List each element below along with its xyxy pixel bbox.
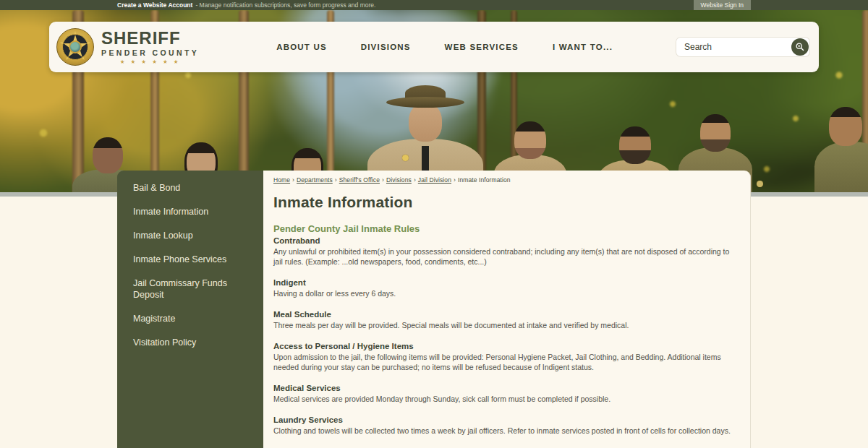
rule-heading: Indigent bbox=[273, 278, 740, 288]
rule-contraband: Contraband Any unlawful or prohibited it… bbox=[273, 236, 740, 267]
rule-body: Having a dollar or less every 6 days. bbox=[273, 288, 740, 298]
rule-indigent: Indigent Having a dollar or less every 6… bbox=[273, 278, 740, 298]
main-navigation: ABOUT US DIVISIONS WEB SERVICES I WANT T… bbox=[199, 43, 676, 51]
page: Create a Website Account - Manage notifi… bbox=[0, 0, 868, 448]
rule-body: Three meals per day will be provided. Sp… bbox=[273, 320, 740, 330]
breadcrumb-home[interactable]: Home bbox=[273, 176, 290, 184]
breadcrumb-separator: › bbox=[414, 176, 416, 184]
rule-body: Medical services are provided Monday thr… bbox=[273, 394, 740, 404]
search-zoom-icon bbox=[795, 42, 805, 52]
logo-title: SHERIFF bbox=[101, 30, 199, 47]
breadcrumb: Home›Departments›Sheriff's Office›Divisi… bbox=[273, 176, 740, 184]
rule-heading: Contraband bbox=[273, 236, 740, 246]
create-account-link[interactable]: Create a Website Account bbox=[117, 1, 192, 9]
search-box bbox=[676, 37, 810, 57]
logo-subtitle: PENDER COUNTY bbox=[101, 49, 199, 57]
nav-i-want-to[interactable]: I WANT TO... bbox=[553, 43, 613, 51]
breadcrumb-separator: › bbox=[454, 176, 456, 184]
sheriff-logo[interactable]: SHERIFF PENDER COUNTY ★ ★ ★ ★ ★ ★ bbox=[56, 28, 199, 66]
rule-heading: Laundry Services bbox=[273, 415, 740, 425]
breadcrumb-divisions[interactable]: Divisions bbox=[386, 176, 412, 184]
sidebar-item-bail-and-bond[interactable]: Bail & Bond bbox=[133, 182, 249, 194]
nav-about-us[interactable]: ABOUT US bbox=[276, 43, 327, 51]
sidebar-item-magistrate[interactable]: Magistrate bbox=[133, 313, 249, 324]
rule-laundry-services: Laundry Services Clothing and towels wil… bbox=[273, 415, 740, 436]
site-header: SHERIFF PENDER COUNTY ★ ★ ★ ★ ★ ★ ABOUT … bbox=[49, 22, 819, 72]
topbar-description: - Manage notification subscriptions, sav… bbox=[195, 1, 375, 9]
rule-medical-services: Medical Services Medical services are pr… bbox=[273, 384, 740, 404]
logo-stars: ★ ★ ★ ★ ★ ★ bbox=[101, 59, 199, 65]
breadcrumb-jail-division[interactable]: Jail Division bbox=[418, 176, 451, 184]
sidebar-item-inmate-lookup[interactable]: Inmate Lookup bbox=[133, 230, 249, 241]
sidebar-item-inmate-information[interactable]: Inmate Information bbox=[133, 206, 249, 217]
photo-person-sheriff bbox=[386, 85, 442, 142]
breadcrumb-current: Inmate Information bbox=[458, 176, 511, 184]
search-button[interactable] bbox=[791, 38, 809, 56]
sidebar-item-jail-commissary-funds-deposit[interactable]: Jail Commissary Funds Deposit bbox=[133, 277, 242, 301]
page-title: Inmate Information bbox=[273, 194, 740, 211]
nav-web-services[interactable]: WEB SERVICES bbox=[445, 43, 519, 51]
rule-body: Clothing and towels will be collected tw… bbox=[273, 426, 740, 436]
website-sign-in-button[interactable]: Website Sign In bbox=[694, 0, 751, 10]
rule-hygiene-items: Access to Personal / Hygiene Items Upon … bbox=[273, 342, 740, 372]
jail-division-sidebar: Bail & Bond Inmate Information Inmate Lo… bbox=[117, 171, 263, 448]
breadcrumb-departments[interactable]: Departments bbox=[297, 176, 333, 184]
rule-body: Upon admission to the jail, the followin… bbox=[273, 352, 740, 372]
breadcrumb-separator: › bbox=[335, 176, 337, 184]
rule-meal-schedule: Meal Schedule Three meals per day will b… bbox=[273, 310, 740, 330]
rule-heading: Access to Personal / Hygiene Items bbox=[273, 342, 740, 351]
breadcrumb-separator: › bbox=[382, 176, 384, 184]
nav-divisions[interactable]: DIVISIONS bbox=[361, 43, 411, 51]
breadcrumb-separator: › bbox=[292, 176, 294, 184]
sidebar-item-inmate-phone-services[interactable]: Inmate Phone Services bbox=[133, 254, 249, 265]
photo-person bbox=[91, 137, 123, 173]
photo-person bbox=[700, 114, 731, 152]
sidebar-item-visitation-policy[interactable]: Visitation Policy bbox=[133, 337, 249, 348]
search-input[interactable] bbox=[684, 42, 786, 52]
photo-person bbox=[619, 126, 651, 164]
content-panel: Home›Departments›Sheriff's Office›Divisi… bbox=[263, 171, 751, 448]
sheriff-star-badge-icon bbox=[56, 28, 94, 66]
rule-body: Any unlawful or prohibited item(s) in yo… bbox=[273, 246, 740, 267]
section-title: Pender County Jail Inmate Rules bbox=[273, 223, 740, 234]
breadcrumb-sheriffs-office[interactable]: Sheriff's Office bbox=[339, 176, 380, 184]
topbar: Create a Website Account - Manage notifi… bbox=[0, 0, 868, 10]
photo-person bbox=[829, 107, 862, 146]
photo-person bbox=[514, 121, 546, 159]
rule-heading: Meal Schedule bbox=[273, 310, 740, 319]
rule-heading: Medical Services bbox=[273, 384, 740, 393]
